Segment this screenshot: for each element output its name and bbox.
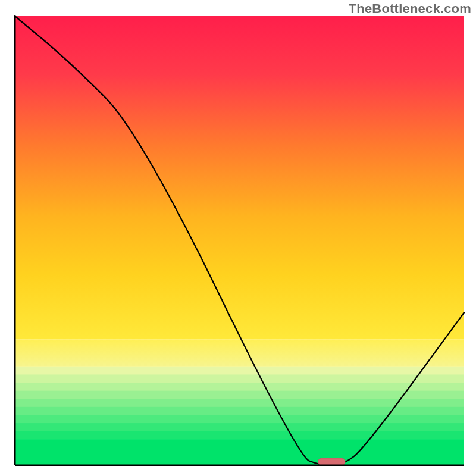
bg-banded-stripe xyxy=(15,391,464,399)
bg-band-pale xyxy=(15,340,464,367)
bg-banded-stripe xyxy=(15,399,464,407)
bg-gradient-main xyxy=(15,16,464,340)
bg-banded-stripe xyxy=(15,439,464,447)
plot-area xyxy=(15,16,464,465)
watermark-text: TheBottleneck.com xyxy=(349,1,471,17)
bg-banded-stripe xyxy=(15,374,464,383)
bg-solid-green xyxy=(15,447,464,465)
bg-banded-stripe xyxy=(15,423,464,431)
optimum-marker xyxy=(318,458,345,465)
bottleneck-chart xyxy=(0,0,476,476)
bg-banded-stripe xyxy=(15,407,464,415)
bg-banded-stripe xyxy=(15,367,464,375)
bg-banded-green xyxy=(15,367,464,448)
bg-banded-stripe xyxy=(15,415,464,423)
bg-banded-stripe xyxy=(15,383,464,391)
bg-banded-stripe xyxy=(15,431,464,440)
chart-stage: TheBottleneck.com xyxy=(0,0,476,476)
